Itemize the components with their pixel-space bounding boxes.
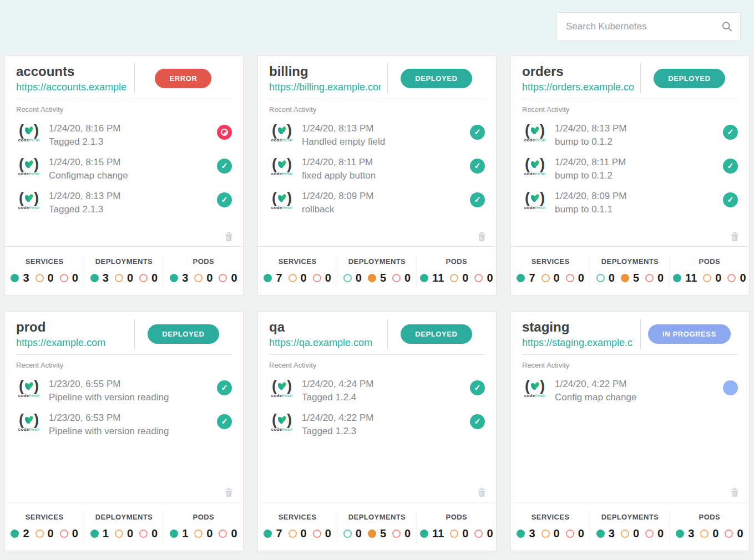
recent-activity-label: Recent Activity [16, 361, 232, 369]
ok-dot [90, 274, 99, 282]
stat-count: 0 [657, 272, 664, 284]
activity-text: 1/23/20, 6:53 PM Pipeline with version r… [49, 413, 169, 437]
activity-description: bump to 0.1.2 [555, 170, 626, 181]
stat-column: DEPLOYMENTS 300 [84, 247, 163, 295]
stats-row: SERVICES 700 DEPLOYMENTS 050 PODS 1100 [511, 246, 749, 295]
environment-url[interactable]: https://staging.example.c... [522, 337, 634, 349]
ban-glyph [221, 129, 228, 136]
activity-time: 1/24/20, 8:11 PM [555, 157, 626, 168]
activity-item[interactable]: ( ) codefresh 1/24/20, 8:13 PM bump to 0… [522, 123, 738, 147]
success-check-icon: ✓ [470, 125, 485, 140]
activity-item[interactable]: ( ) codefresh 1/24/20, 8:09 PM rollback … [269, 191, 485, 215]
codefresh-leaves-icon [23, 124, 35, 137]
environment-url[interactable]: https://billing.example.com [269, 82, 381, 93]
environment-url[interactable]: https://example.com [16, 337, 128, 349]
stat-dots: 100 [90, 527, 158, 540]
stat-dots: 700 [517, 272, 584, 284]
activity-item[interactable]: ( ) codefresh 1/24/20, 8:11 PM bump to 0… [522, 157, 738, 181]
warn-dot [289, 530, 297, 538]
ok-dot [420, 530, 428, 538]
codefresh-leaves-icon [276, 191, 288, 205]
warn-dot [115, 530, 123, 538]
warn-dot [36, 274, 44, 282]
stat-dots: 200 [11, 527, 78, 540]
activity-text: 1/24/20, 8:13 PM Tagged 2.1.3 [49, 191, 120, 215]
ok-dot [11, 530, 19, 538]
badge-area: DEPLOYED [388, 319, 485, 349]
search-icon[interactable] [721, 21, 733, 32]
stat-count: 5 [633, 272, 639, 284]
activity-description: Config map change [555, 392, 636, 403]
activity-time: 1/24/20, 8:13 PM [555, 123, 626, 134]
stat-dots: 300 [517, 527, 584, 540]
stats-row: SERVICES 200 DEPLOYMENTS 100 PODS 100 [5, 502, 243, 551]
activity-description: Tagged 2.1.3 [49, 204, 120, 215]
environment-url[interactable]: https://accounts.example.... [16, 82, 128, 93]
stat-count: 11 [685, 272, 697, 284]
activity-item[interactable]: ( ) codefresh 1/24/20, 8:11 PM fixed app… [269, 157, 485, 181]
activity-item[interactable]: ( ) codefresh 1/24/20, 4:22 PM Tagged 1.… [269, 413, 485, 437]
trash-icon[interactable] [731, 232, 739, 241]
logo-paren-right: ) [34, 379, 39, 393]
trash-row [511, 487, 749, 502]
codefresh-leaves-icon [529, 191, 541, 205]
warn-dot [115, 274, 123, 282]
stats-row: SERVICES 700 DEPLOYMENTS 050 PODS 1100 [258, 502, 496, 551]
activity-item[interactable]: ( ) codefresh 1/24/20, 4:24 PM Tagged 1.… [269, 379, 485, 403]
activity-item[interactable]: ( ) codefresh 1/24/20, 8:13 PM Tagged 2.… [16, 191, 232, 215]
codefresh-wordmark: codefresh [271, 172, 292, 176]
error-ban-icon [217, 125, 232, 140]
card-title-block: qa https://qa.example.com [269, 319, 388, 349]
stat-count: 7 [276, 272, 282, 284]
environment-card: orders https://orders.example.com DEPLOY… [510, 55, 750, 296]
stat-count: 11 [432, 272, 444, 284]
stat-count: 0 [609, 272, 615, 284]
trash-row [258, 487, 496, 502]
header-divider [522, 99, 738, 99]
stat-dots: 1100 [420, 527, 493, 540]
stat-column: DEPLOYMENTS 050 [590, 247, 669, 295]
environments-grid: accounts https://accounts.example.... ER… [0, 53, 754, 556]
card-header: prod https://example.com DEPLOYED [5, 312, 243, 354]
activity-item[interactable]: ( ) codefresh 1/24/20, 8:09 PM bump to 0… [522, 191, 738, 215]
activity-item[interactable]: ( ) codefresh 1/24/20, 4:22 PM Config ma… [522, 379, 738, 403]
trash-icon[interactable] [478, 232, 486, 241]
activity-item[interactable]: ( ) codefresh 1/24/20, 8:13 PM Handled e… [269, 123, 485, 147]
stat-dots: 050 [343, 272, 411, 284]
environment-url[interactable]: https://qa.example.com [269, 337, 381, 349]
err-dot [566, 274, 574, 282]
stat-dots: 300 [11, 272, 78, 284]
stat-label: PODS [193, 257, 214, 266]
stat-label: SERVICES [279, 513, 317, 521]
trash-icon[interactable] [478, 487, 486, 497]
activity-item[interactable]: ( ) codefresh 1/24/20, 8:15 PM Configmap… [16, 157, 232, 181]
environment-url[interactable]: https://orders.example.com [522, 82, 634, 93]
trash-icon[interactable] [225, 232, 233, 241]
codefresh-wordmark: codefresh [271, 138, 292, 142]
codefresh-logo-icon: ( ) codefresh [269, 157, 295, 176]
stat-label: PODS [446, 257, 467, 266]
success-check-icon: ✓ [470, 159, 485, 174]
environment-card: billing https://billing.example.com DEPL… [257, 55, 497, 296]
ok-dot [170, 274, 178, 282]
search-input[interactable] [557, 13, 740, 40]
topbar [0, 0, 754, 53]
search-box [556, 12, 741, 41]
activity-time: 1/24/20, 8:16 PM [49, 123, 120, 134]
trash-icon[interactable] [731, 487, 739, 497]
activity-item[interactable]: ( ) codefresh 1/23/20, 6:53 PM Pipeline … [16, 413, 232, 437]
activity-item[interactable]: ( ) codefresh 1/24/20, 8:16 PM Tagged 2.… [16, 123, 232, 147]
activity-description: Tagged 1.2.4 [302, 392, 373, 403]
stat-count: 0 [151, 527, 158, 540]
activity-item[interactable]: ( ) codefresh 1/23/20, 6:55 PM Pipeline … [16, 379, 232, 403]
logo-paren-right: ) [287, 157, 292, 171]
activity-list: ( ) codefresh 1/24/20, 8:13 PM bump to 0… [511, 114, 749, 215]
activity-description: Handled empty field [302, 136, 385, 147]
stat-count: 0 [554, 527, 560, 540]
stat-count: 2 [23, 527, 29, 540]
activity-description: rollback [302, 204, 373, 215]
activity-text: 1/24/20, 8:09 PM bump to 0.1.1 [555, 191, 626, 215]
trash-icon[interactable] [225, 487, 233, 497]
logo-paren-right: ) [287, 191, 292, 205]
activity-text: 1/24/20, 4:22 PM Tagged 1.2.3 [302, 413, 373, 437]
